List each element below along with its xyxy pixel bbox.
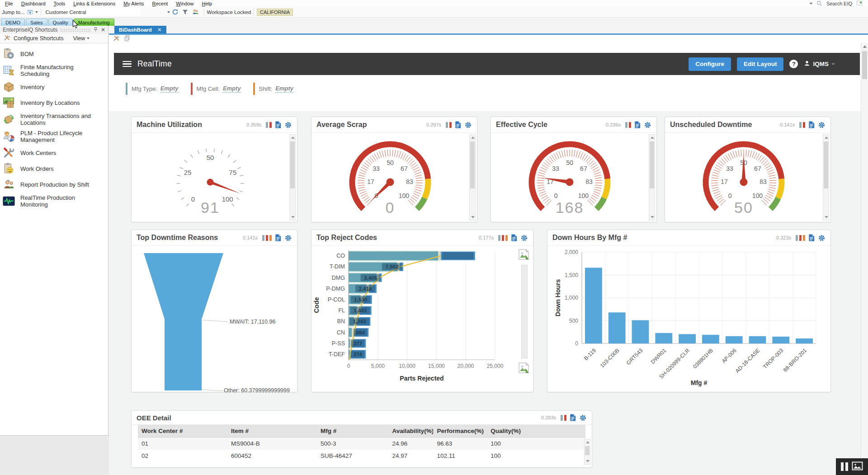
- jump-to-icon[interactable]: [27, 9, 33, 15]
- table-row[interactable]: 02600452SUB-4642724.97102.11100: [138, 450, 585, 462]
- refresh-icon[interactable]: [172, 9, 179, 15]
- configure-shortcuts-button[interactable]: Configure Shortcuts: [14, 35, 63, 42]
- search-dropdown-caret-icon[interactable]: [810, 3, 812, 5]
- settings-gear-icon[interactable]: [579, 414, 587, 422]
- help-icon[interactable]: ?: [789, 60, 798, 68]
- sidebar-item-realtime-production-monitoring[interactable]: RealTime Production Monitoring: [3, 194, 105, 208]
- filter-mfg-type[interactable]: Mfg Type:Empty: [126, 83, 184, 95]
- mini-chart-bar-icon[interactable]: [269, 122, 272, 128]
- main-scrollbar[interactable]: [861, 43, 868, 475]
- widget-scrollbar[interactable]: [649, 134, 655, 221]
- settings-gear-icon[interactable]: [520, 234, 528, 242]
- settings-gear-icon[interactable]: [818, 121, 826, 129]
- workspace-tab-manufacturing[interactable]: Manufacturing: [74, 19, 114, 26]
- filter-value[interactable]: Empty: [160, 85, 179, 93]
- menu-links-extensions[interactable]: Links & Extensions: [69, 1, 119, 6]
- scroll-thumb[interactable]: [824, 141, 828, 188]
- jump-to-caret-icon[interactable]: [35, 11, 38, 13]
- scroll-up-icon[interactable]: [825, 136, 828, 139]
- settings-gear-icon[interactable]: [644, 121, 651, 129]
- mini-chart-bar-icon[interactable]: [561, 415, 563, 421]
- close-tab-icon[interactable]: ✕: [157, 27, 162, 33]
- report-icon[interactable]: [275, 234, 281, 241]
- close-sidebar-icon[interactable]: ✕: [101, 27, 105, 33]
- sidebar-item-report-production-by-shift[interactable]: Report Production by Shift: [3, 179, 105, 191]
- sidebar-item-inventory-by-locations[interactable]: Inventory By Locations: [3, 97, 105, 109]
- mini-chart-bar-icon[interactable]: [266, 235, 268, 241]
- widget-scrollbar[interactable]: [469, 134, 476, 221]
- mini-chart-bar-icon[interactable]: [799, 235, 802, 241]
- filter-value[interactable]: Empty: [223, 85, 241, 93]
- users-icon[interactable]: [192, 9, 199, 15]
- mini-chart-bar-icon[interactable]: [803, 122, 805, 128]
- sidebar-item-inventory-transactions-and-locations[interactable]: Inventory Transactions and Locations: [3, 113, 105, 126]
- mini-chart-bar-icon[interactable]: [262, 235, 264, 241]
- menu-recent[interactable]: Recent: [148, 1, 172, 6]
- scroll-thumb[interactable]: [650, 141, 654, 188]
- scroll-down-icon[interactable]: [471, 216, 475, 218]
- user-menu[interactable]: IQMS: [804, 60, 835, 68]
- scroll-down-icon[interactable]: [651, 216, 654, 218]
- report-icon[interactable]: [570, 414, 576, 421]
- hamburger-menu-icon[interactable]: [123, 61, 132, 67]
- mini-chart-bar-icon[interactable]: [625, 122, 627, 128]
- scroll-thumb[interactable]: [470, 141, 475, 188]
- scroll-thumb[interactable]: [862, 51, 867, 79]
- menu-window[interactable]: Window: [172, 1, 198, 6]
- scroll-up-icon[interactable]: [291, 136, 295, 139]
- column-header-item[interactable]: Item #: [227, 428, 317, 434]
- tab-bidashboard[interactable]: BiDashBoard ✕: [114, 26, 166, 33]
- sidebar-item-inventory[interactable]: Inventory: [3, 81, 105, 93]
- column-header-performance[interactable]: Performance(%): [433, 428, 487, 434]
- mini-chart-bar-icon[interactable]: [498, 235, 500, 241]
- scroll-up-icon[interactable]: [863, 45, 867, 48]
- search-eiq-label[interactable]: Search EIQ: [826, 1, 852, 6]
- mini-chart-bar-icon[interactable]: [505, 235, 508, 241]
- column-header-work-center[interactable]: Work Center #: [138, 428, 227, 434]
- mini-chart-bar-icon[interactable]: [803, 235, 805, 241]
- edit-layout-button[interactable]: Edit Layout: [737, 57, 784, 71]
- configure-button[interactable]: Configure: [689, 57, 731, 71]
- mini-chart-bar-icon[interactable]: [446, 122, 448, 128]
- sidebar-item-plm-product-lifecycle-management[interactable]: PLM - Product Lifecycle Management: [3, 130, 105, 143]
- report-icon[interactable]: [634, 121, 641, 128]
- widget-scrollbar[interactable]: [823, 134, 829, 221]
- settings-gear-icon[interactable]: [818, 234, 826, 242]
- report-icon[interactable]: [455, 121, 461, 128]
- export-image-icon[interactable]: [518, 362, 530, 374]
- menu-file[interactable]: File: [1, 1, 17, 6]
- column-header-availability[interactable]: Availability(%): [388, 428, 433, 434]
- settings-gear-icon[interactable]: [284, 121, 292, 129]
- report-icon[interactable]: [808, 121, 815, 128]
- scroll-down-icon[interactable]: [291, 216, 295, 218]
- menu-tools[interactable]: Tools: [50, 1, 70, 6]
- report-icon[interactable]: [511, 234, 517, 241]
- report-icon[interactable]: [808, 234, 815, 241]
- export-image-icon[interactable]: [518, 249, 530, 260]
- scroll-up-icon[interactable]: [651, 136, 654, 139]
- menu-dashboard[interactable]: Dashboard: [17, 1, 50, 6]
- table-scrollbar[interactable]: [584, 439, 590, 465]
- search-icon[interactable]: [816, 0, 822, 6]
- sidebar-item-work-centers[interactable]: Work Centers: [3, 147, 105, 159]
- mini-chart-bar-icon[interactable]: [269, 235, 272, 241]
- mini-chart-bar-icon[interactable]: [799, 122, 802, 128]
- filter-mfg-cell[interactable]: Mfg Cell:Empty: [191, 83, 246, 95]
- report-icon[interactable]: [275, 121, 281, 128]
- export-window-icon[interactable]: [856, 0, 863, 6]
- mini-chart-bar-icon[interactable]: [629, 122, 631, 128]
- mini-chart-bar-icon[interactable]: [502, 235, 504, 241]
- scroll-down-icon[interactable]: [825, 216, 828, 218]
- workspace-tab-sales[interactable]: Sales: [26, 19, 47, 26]
- view-menu-button[interactable]: View: [73, 35, 90, 42]
- sidebar-item-bom[interactable]: BOM: [3, 48, 105, 60]
- filter-value[interactable]: Empty: [275, 85, 293, 93]
- filter-icon[interactable]: [182, 9, 188, 15]
- workspace-tab-demo[interactable]: DEMO: [1, 19, 25, 26]
- picture-icon[interactable]: [852, 461, 863, 472]
- workspace-combo[interactable]: Customer Central: [44, 8, 140, 16]
- menu-my-alerts[interactable]: My Alerts: [119, 1, 148, 6]
- mini-chart-bar-icon[interactable]: [266, 122, 268, 128]
- settings-gear-icon[interactable]: [464, 121, 472, 129]
- menu-help[interactable]: Help: [198, 1, 216, 6]
